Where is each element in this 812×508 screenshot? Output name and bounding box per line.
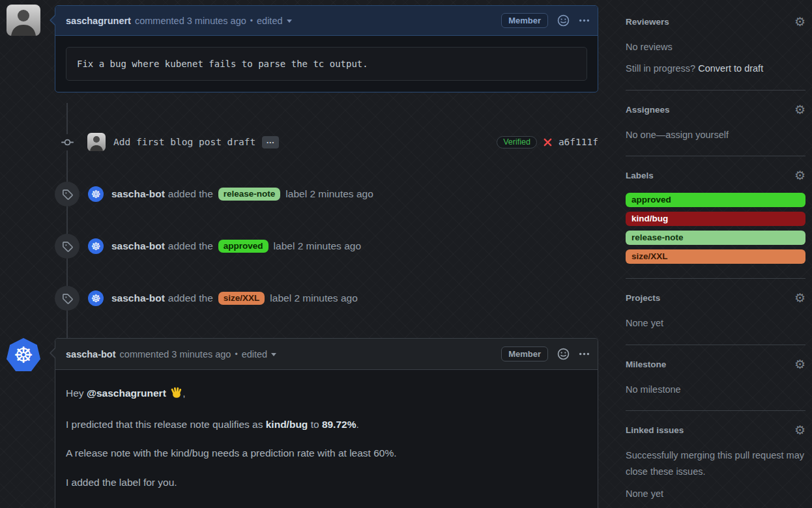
commit-message-link[interactable]: Add first blog post draft — [113, 137, 255, 147]
waving-hand-emoji — [170, 386, 182, 402]
kubernetes-wheel-icon: ☸ — [14, 344, 33, 366]
label-event-row: ☸ sascha-bot added the release-note labe… — [55, 181, 598, 207]
kubernetes-wheel-icon: ☸ — [91, 293, 100, 304]
member-badge: Member — [501, 346, 548, 361]
greeting-paragraph: Hey @saschagrunert , — [66, 386, 587, 402]
reviewers-section: Reviewers ⚙ No reviews Still in progress… — [626, 16, 805, 91]
convert-to-draft-link[interactable]: Convert to draft — [698, 63, 763, 74]
tag-icon — [55, 286, 80, 311]
labels-section: Labels ⚙ approved kind/bug release-note … — [626, 169, 805, 279]
milestone-empty-text: No milestone — [626, 382, 805, 398]
gear-icon[interactable]: ⚙ — [794, 104, 805, 116]
comment-sascha-bot: sascha-bot commented 3 minutes ago • edi… — [55, 338, 598, 508]
sidebar: Reviewers ⚙ No reviews Still in progress… — [626, 16, 805, 508]
separator-dot: • — [250, 16, 253, 25]
kebab-menu-icon[interactable] — [579, 348, 590, 360]
comment-header: sascha-bot commented 3 minutes ago • edi… — [55, 339, 598, 370]
milestone-section: Milestone ⚙ No milestone — [626, 358, 805, 411]
gear-icon[interactable]: ⚙ — [794, 16, 805, 28]
reviewers-header[interactable]: Reviewers ⚙ — [626, 16, 805, 28]
gear-icon[interactable]: ⚙ — [794, 424, 805, 436]
linked-issues-header[interactable]: Linked issues ⚙ — [626, 424, 805, 436]
labels-header[interactable]: Labels ⚙ — [626, 169, 805, 182]
assign-yourself-link[interactable]: assign yourself — [665, 130, 729, 140]
bot-avatar[interactable]: ☸ — [88, 186, 104, 202]
comment-action: commented 3 minutes ago — [120, 349, 231, 360]
label-chip[interactable]: approved — [626, 193, 805, 207]
comment-author[interactable]: saschagrunert — [66, 16, 131, 26]
comment-header-actions: Member — [501, 13, 590, 28]
reviewers-empty-text: No reviews — [626, 39, 805, 55]
projects-empty-text: None yet — [626, 315, 805, 332]
commit-author-avatar[interactable] — [87, 133, 106, 151]
label-chip[interactable]: size/XXL — [218, 292, 265, 305]
projects-header[interactable]: Projects ⚙ — [626, 292, 805, 304]
avatar[interactable] — [7, 5, 40, 36]
verified-badge[interactable]: Verified — [497, 136, 537, 148]
person-avatar-image — [7, 5, 40, 36]
comment-body: Hey @saschagrunert , I predicted that th… — [55, 370, 598, 506]
chevron-down-icon[interactable] — [271, 353, 276, 359]
label-chip[interactable]: approved — [218, 240, 268, 253]
git-commit-icon — [61, 134, 74, 150]
kubernetes-wheel-icon: ☸ — [91, 189, 100, 200]
label-chip[interactable]: kind/bug — [626, 212, 805, 226]
gear-icon[interactable]: ⚙ — [794, 169, 805, 182]
event-author[interactable]: sascha-bot — [111, 292, 165, 304]
linked-issues-description: Successfully merging this pull request m… — [626, 447, 805, 481]
pull-request-conversation-page: { "comment1": { "author": "saschagrunert… — [0, 0, 812, 508]
label-event-row: ☸ sascha-bot added the size/XXL label 2 … — [55, 285, 598, 311]
mention-link[interactable]: @saschagrunert — [87, 388, 166, 399]
commit-hash-link[interactable]: a6f111f — [558, 137, 598, 147]
event-text: sascha-bot added the release-note label … — [111, 188, 373, 201]
linked-issues-section: Linked issues ⚙ Successfully merging thi… — [626, 424, 805, 508]
tag-icon — [55, 234, 80, 259]
commit-event-row: Add first blog post draft … Verified a6f… — [55, 130, 598, 154]
label-chip[interactable]: size/XXL — [626, 249, 805, 264]
commit-expander-button[interactable]: … — [262, 136, 279, 148]
assignees-header[interactable]: Assignees ⚙ — [626, 104, 805, 116]
release-note-code-block: Fix a bug where kubenet fails to parse t… — [66, 47, 587, 81]
label-event-row: ☸ sascha-bot added the approved label 2 … — [55, 233, 598, 259]
edited-label[interactable]: edited — [257, 16, 283, 26]
separator-dot: • — [235, 350, 237, 359]
emoji-reaction-icon[interactable] — [557, 348, 570, 360]
member-badge: Member — [501, 13, 548, 28]
projects-section: Projects ⚙ None yet — [626, 292, 805, 345]
commit-status-group: Verified a6f111f — [497, 136, 598, 148]
kubernetes-wheel-icon: ☸ — [91, 241, 100, 252]
label-chip[interactable]: release-note — [626, 231, 805, 245]
comment-saschagrunert: saschagrunert commented 3 minutes ago • … — [55, 5, 598, 92]
gear-icon[interactable]: ⚙ — [794, 292, 805, 304]
gear-icon[interactable]: ⚙ — [794, 358, 805, 371]
bot-avatar-large[interactable]: ☸ — [7, 338, 40, 372]
event-author[interactable]: sascha-bot — [111, 188, 165, 200]
convert-to-draft-hint: Still in progress? Convert to draft — [626, 61, 805, 77]
event-author[interactable]: sascha-bot — [111, 240, 165, 252]
comment-action: commented 3 minutes ago — [135, 16, 246, 26]
person-avatar-image — [87, 133, 106, 151]
emoji-reaction-icon[interactable] — [557, 14, 570, 27]
chevron-down-icon[interactable] — [287, 20, 292, 25]
event-text: sascha-bot added the approved label 2 mi… — [111, 240, 361, 253]
comment-author[interactable]: sascha-bot — [66, 349, 116, 360]
tag-icon — [55, 182, 80, 206]
status-failed-x-icon[interactable] — [543, 137, 553, 147]
label-chip[interactable]: release-note — [218, 188, 281, 201]
comment-header: saschagrunert commented 3 minutes ago • … — [55, 6, 598, 36]
linked-issues-empty-text: None yet — [626, 486, 805, 502]
comment-header-actions: Member — [501, 346, 590, 361]
edited-label[interactable]: edited — [242, 349, 268, 360]
prediction-paragraph: I predicted that this release note quali… — [66, 417, 587, 432]
label-added-paragraph: I added the label for you. — [66, 475, 587, 490]
comment-body: Fix a bug where kubenet fails to parse t… — [55, 36, 598, 92]
kebab-menu-icon[interactable] — [579, 15, 590, 26]
bot-avatar[interactable]: ☸ — [88, 238, 104, 254]
assignees-empty-text: No one—assign yourself — [626, 127, 805, 143]
assignees-section: Assignees ⚙ No one—assign yourself — [626, 104, 805, 156]
milestone-header[interactable]: Milestone ⚙ — [626, 358, 805, 371]
rate-requirement-paragraph: A release note with the kind/bug needs a… — [66, 446, 587, 460]
event-text: sascha-bot added the size/XXL label 2 mi… — [111, 292, 358, 305]
bot-avatar[interactable]: ☸ — [88, 290, 104, 306]
